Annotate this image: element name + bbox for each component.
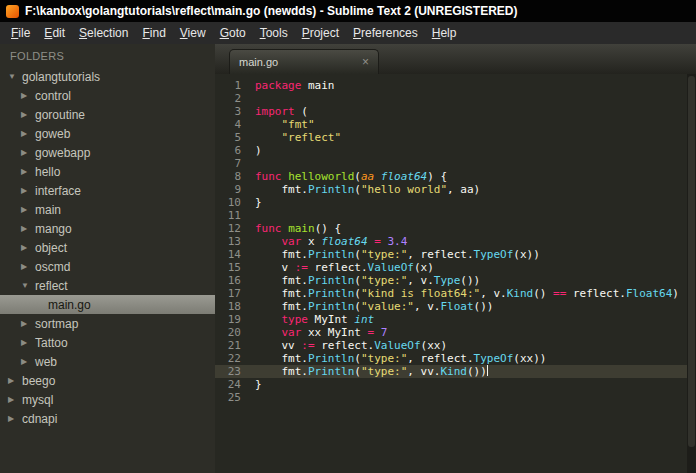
triangle-right-icon[interactable]: ▶ — [8, 395, 22, 404]
code-text: fmt.Println("type:", reflect.TypeOf(xx)) — [255, 352, 546, 365]
tab-close-icon[interactable]: × — [362, 55, 369, 69]
code-line-8[interactable]: 8func helloworld(aa float64) { — [215, 170, 696, 183]
code-text: "fmt" — [255, 118, 315, 131]
triangle-right-icon[interactable]: ▶ — [21, 167, 35, 176]
code-line-25[interactable]: 25 — [215, 391, 696, 404]
code-line-14[interactable]: 14 fmt.Println("type:", reflect.TypeOf(x… — [215, 248, 696, 261]
code-line-2[interactable]: 2 — [215, 92, 696, 105]
folder-object[interactable]: ▶object — [0, 238, 215, 257]
folder-mango[interactable]: ▶mango — [0, 219, 215, 238]
code-line-19[interactable]: 19 type MyInt int — [215, 313, 696, 326]
code-line-15[interactable]: 15 v := reflect.ValueOf(x) — [215, 261, 696, 274]
folders-header: FOLDERS — [0, 44, 215, 67]
menu-tools[interactable]: Tools — [253, 24, 295, 42]
tree-item-label: goweb — [35, 127, 70, 141]
code-line-11[interactable]: 11 — [215, 209, 696, 222]
tab-bar: main.go × — [215, 44, 696, 74]
tree-item-label: mango — [35, 222, 72, 236]
triangle-right-icon[interactable]: ▶ — [8, 376, 22, 385]
code-line-7[interactable]: 7 — [215, 157, 696, 170]
tree-item-label: reflect — [35, 279, 68, 293]
code-text: var xx MyInt = 7 — [255, 326, 387, 339]
triangle-right-icon[interactable]: ▶ — [21, 205, 35, 214]
code-text: v := reflect.ValueOf(x) — [255, 261, 434, 274]
line-number: 1 — [215, 79, 255, 92]
triangle-right-icon[interactable]: ▶ — [21, 243, 35, 252]
code-line-21[interactable]: 21 vv := reflect.ValueOf(xx) — [215, 339, 696, 352]
code-line-18[interactable]: 18 fmt.Println("value:", v.Float()) — [215, 300, 696, 313]
sidebar: FOLDERS ▼golangtutorials▶control▶gorouti… — [0, 44, 215, 473]
folder-hello[interactable]: ▶hello — [0, 162, 215, 181]
code-line-3[interactable]: 3import ( — [215, 105, 696, 118]
code-text: ) — [255, 144, 262, 157]
line-number: 15 — [215, 261, 255, 274]
vertical-scrollbar[interactable] — [687, 74, 696, 473]
folder-reflect[interactable]: ▼reflect — [0, 276, 215, 295]
triangle-right-icon[interactable]: ▶ — [21, 110, 35, 119]
triangle-right-icon[interactable]: ▶ — [21, 224, 35, 233]
folder-beego[interactable]: ▶beego — [0, 371, 215, 390]
folder-sortmap[interactable]: ▶sortmap — [0, 314, 215, 333]
menu-edit[interactable]: Edit — [37, 24, 72, 42]
triangle-right-icon[interactable]: ▶ — [21, 357, 35, 366]
line-number: 6 — [215, 144, 255, 157]
line-number: 8 — [215, 170, 255, 183]
folder-golangtutorials[interactable]: ▼golangtutorials — [0, 67, 215, 86]
folder-goroutine[interactable]: ▶goroutine — [0, 105, 215, 124]
triangle-right-icon[interactable]: ▶ — [21, 148, 35, 157]
triangle-right-icon[interactable]: ▶ — [21, 262, 35, 271]
code-text: package main — [255, 79, 334, 92]
code-line-22[interactable]: 22 fmt.Println("type:", reflect.TypeOf(x… — [215, 352, 696, 365]
code-line-6[interactable]: 6) — [215, 144, 696, 157]
folder-control[interactable]: ▶control — [0, 86, 215, 105]
folder-gowebapp[interactable]: ▶gowebapp — [0, 143, 215, 162]
folder-web[interactable]: ▶web — [0, 352, 215, 371]
code-line-12[interactable]: 12func main() { — [215, 222, 696, 235]
menu-find[interactable]: Find — [135, 24, 172, 42]
triangle-right-icon[interactable]: ▶ — [21, 186, 35, 195]
line-number: 16 — [215, 274, 255, 287]
code-line-4[interactable]: 4 "fmt" — [215, 118, 696, 131]
menu-preferences[interactable]: Preferences — [346, 24, 425, 42]
file-main-go[interactable]: main.go — [0, 295, 215, 314]
code-line-16[interactable]: 16 fmt.Println("type:", v.Type()) — [215, 274, 696, 287]
code-line-24[interactable]: 24} — [215, 378, 696, 391]
title-bar[interactable]: F:\kanbox\golangtutorials\reflect\main.g… — [0, 0, 696, 22]
menu-selection[interactable]: Selection — [72, 24, 135, 42]
code-line-13[interactable]: 13 var x float64 = 3.4 — [215, 235, 696, 248]
menu-file[interactable]: File — [4, 24, 37, 42]
folder-cdnapi[interactable]: ▶cdnapi — [0, 409, 215, 428]
menu-project[interactable]: Project — [295, 24, 346, 42]
code-line-17[interactable]: 17 fmt.Println("kind is float64:", v.Kin… — [215, 287, 696, 300]
code-line-5[interactable]: 5 "reflect" — [215, 131, 696, 144]
triangle-down-icon[interactable]: ▼ — [8, 72, 22, 81]
menu-help[interactable]: Help — [425, 24, 464, 42]
folder-goweb[interactable]: ▶goweb — [0, 124, 215, 143]
menu-view[interactable]: View — [173, 24, 213, 42]
triangle-right-icon[interactable]: ▶ — [21, 129, 35, 138]
code-line-9[interactable]: 9 fmt.Println("hello world", aa) — [215, 183, 696, 196]
menu-goto[interactable]: Goto — [213, 24, 253, 42]
code-text: func helloworld(aa float64) { — [255, 170, 447, 183]
triangle-down-icon[interactable]: ▼ — [21, 281, 35, 290]
code-editor[interactable]: 1package main23import (4 "fmt"5 "reflect… — [215, 74, 696, 473]
folder-main[interactable]: ▶main — [0, 200, 215, 219]
line-number: 24 — [215, 378, 255, 391]
triangle-right-icon[interactable]: ▶ — [8, 414, 22, 423]
code-line-23[interactable]: 23 fmt.Println("type:", vv.Kind()) — [215, 365, 696, 378]
scrollbar-thumb[interactable] — [688, 76, 695, 447]
folder-interface[interactable]: ▶interface — [0, 181, 215, 200]
triangle-right-icon[interactable]: ▶ — [21, 91, 35, 100]
tree-item-label: Tattoo — [35, 336, 68, 350]
triangle-right-icon[interactable]: ▶ — [21, 338, 35, 347]
code-line-1[interactable]: 1package main — [215, 79, 696, 92]
code-text: fmt.Println("type:", vv.Kind()) — [255, 365, 488, 378]
triangle-right-icon[interactable]: ▶ — [21, 319, 35, 328]
folder-oscmd[interactable]: ▶oscmd — [0, 257, 215, 276]
tab-main-go[interactable]: main.go × — [229, 49, 379, 74]
code-line-20[interactable]: 20 var xx MyInt = 7 — [215, 326, 696, 339]
code-line-10[interactable]: 10} — [215, 196, 696, 209]
folder-tattoo[interactable]: ▶Tattoo — [0, 333, 215, 352]
folder-mysql[interactable]: ▶mysql — [0, 390, 215, 409]
tree-item-label: goroutine — [35, 108, 85, 122]
